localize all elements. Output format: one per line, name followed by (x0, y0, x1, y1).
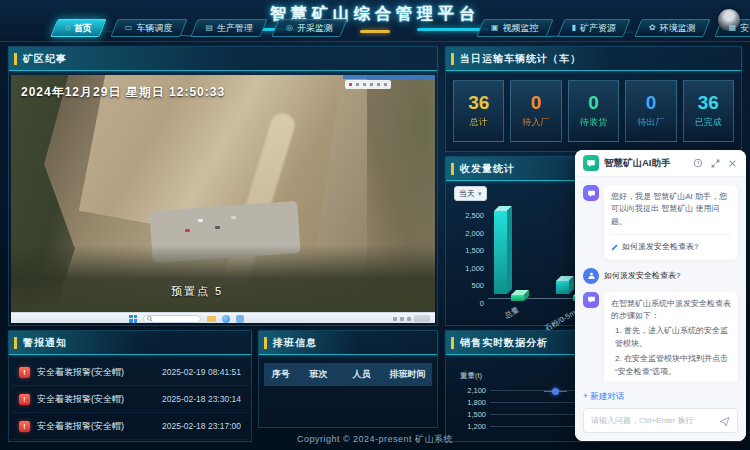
ai-assistant-title: 智慧矿山AI助手 (604, 157, 687, 170)
alarm-time: 2025-02-18 23:30:14 (162, 394, 241, 404)
nav-label: 环境监测 (660, 22, 696, 35)
nav-item-mining-monitor[interactable]: ◎ 开采监测 (275, 19, 344, 37)
nav-label: 生产管理 (217, 22, 253, 35)
ai-robot-icon (583, 155, 599, 171)
suggested-question[interactable]: 如何派发安全检查表? (611, 234, 731, 253)
ai-assistant-panel: 智慧矿山AI助手 您好，我是 智慧矿山AI 助手，您可以向我提出 智慧矿山 使用… (575, 150, 746, 441)
panel-title: 收发量统计 (460, 162, 515, 176)
alarm-list: ! 安全着装报警(安全帽) 2025-02-19 08:41:51 ! 安全着装… (9, 355, 251, 440)
taskbar-cluster (129, 313, 244, 323)
dropdown-value: 当天 (459, 188, 475, 199)
tray-icon (400, 317, 404, 321)
toolbar-icon (377, 83, 380, 86)
truck-icon: ▭ (125, 24, 133, 32)
nav-item-home[interactable]: ⌂ 首页 (54, 19, 103, 37)
bot-message: 在智慧矿山系统中派发安全检查表的步骤如下： 1. 首先，进入矿山系统的安全监管模… (583, 292, 738, 381)
top-header: 智慧矿山综合管理平台 ⌂ 首页 ▭ 车辆调度 ▤ 生产管理 ◎ 开采监测 (0, 0, 750, 42)
send-icon[interactable] (718, 415, 731, 428)
panel-header: 当日运输车辆统计（车） (446, 47, 741, 71)
ai-question-input[interactable] (584, 409, 737, 432)
tray-icon (393, 317, 397, 321)
nav-item-video-monitor[interactable]: ▣ 视频监控 (480, 19, 550, 37)
bot-avatar-icon (583, 292, 599, 308)
shield-grid-icon: ▦ (729, 24, 737, 32)
nav-item-vehicle-dispatch[interactable]: ▭ 车辆调度 (114, 19, 184, 37)
ai-input-row (583, 408, 738, 433)
leaf-icon: ✿ (649, 24, 656, 32)
panel-header: 排班信息 (259, 331, 437, 355)
panel-title: 排班信息 (273, 336, 317, 350)
answer-step: 2. 在安全监管模块中找到并点击“安全检查”选项。 (615, 353, 731, 378)
y-tick: 2,500 (454, 211, 484, 220)
bar-总量-series1 (494, 211, 507, 294)
video-feed[interactable]: 2024年12月29日 星期日 12:50:33 预置点 5 (11, 75, 435, 323)
alarm-label: 安全着装报警(安全帽) (37, 366, 155, 379)
alarm-row[interactable]: ! 安全着装报警(安全帽) 2025-02-19 08:41:51 (11, 359, 249, 386)
panel-title: 销售实时数据分析 (460, 336, 548, 350)
ai-assistant-header: 智慧矿山AI助手 (575, 150, 746, 177)
panel-alarm-notifications: 警报通知 ! 安全着装报警(安全帽) 2025-02-19 08:41:51 !… (8, 330, 252, 442)
panel-header: 矿区纪事 (9, 47, 437, 71)
stat-value: 0 (531, 93, 542, 112)
panel-mine-chronicle: 矿区纪事 2024年12月29日 星期日 12:50:33 预置点 (8, 46, 438, 326)
tray-clock (414, 315, 430, 322)
toolbar-icon (384, 83, 387, 86)
nav-item-environment-monitor[interactable]: ✿ 环境监测 (638, 19, 707, 37)
bot-bubble: 您好，我是 智慧矿山AI 助手，您可以向我提出 智慧矿山 使用问题。 如何派发安… (604, 185, 738, 260)
time-range-dropdown[interactable]: 当天 ▾ (454, 186, 487, 201)
folder-icon (207, 316, 216, 322)
stat-card-completed: 36 已完成 (683, 80, 734, 142)
vegetation-bottom (11, 245, 435, 312)
stat-card-waiting-exit: 0 待出厂 (625, 80, 676, 142)
user-message: 如何派发安全检查表? (583, 268, 738, 284)
user-question-text: 如何派发安全检查表? (604, 268, 680, 284)
ai-conversation: 您好，我是 智慧矿山AI 助手，您可以向我提出 智慧矿山 使用问题。 如何派发安… (575, 177, 746, 381)
camera-preset-label: 预置点 5 (171, 284, 223, 299)
schedule-table-header: 序号 班次 人员 排班时间 (264, 363, 432, 386)
bot-answer-bubble: 在智慧矿山系统中派发安全检查表的步骤如下： 1. 首先，进入矿山系统的安全监管模… (604, 292, 738, 381)
stat-value: 36 (698, 93, 719, 112)
alarm-row[interactable]: ! 安全着装报警(安全帽) 2025-02-18 23:30:14 (11, 386, 249, 413)
panel-vehicle-stats: 当日运输车辆统计（车） 36 总计 0 待入厂 0 待装货 0 待出厂 36 已… (445, 46, 742, 152)
panel-title: 警报通知 (23, 336, 67, 350)
panel-title: 矿区纪事 (23, 52, 67, 66)
panel-shift-schedule: 排班信息 序号 班次 人员 排班时间 (258, 330, 438, 428)
x-label: 总量 (503, 305, 521, 321)
history-icon[interactable] (692, 157, 704, 169)
stat-value: 0 (646, 93, 657, 112)
app-icon (236, 315, 244, 323)
nav-item-mineral-resources[interactable]: ▮ 矿产资源 (561, 19, 627, 37)
nav-label: 视频监控 (503, 22, 539, 35)
answer-intro: 在智慧矿山系统中派发安全检查表的步骤如下： (611, 298, 731, 323)
ai-footer: + 新建对话 (575, 381, 746, 441)
stat-label: 待出厂 (637, 116, 664, 129)
windows-taskbar (11, 312, 435, 323)
new-chat-button[interactable]: + 新建对话 (583, 391, 624, 403)
stats-row: 36 总计 0 待入厂 0 待装货 0 待出厂 36 已完成 (446, 71, 741, 151)
y-tick: 1,000 (454, 263, 484, 272)
y-tick: 2,000 (454, 228, 484, 237)
alarm-label: 安全着装报警(安全帽) (37, 420, 155, 433)
gauge-icon: ◎ (286, 24, 293, 32)
stat-label: 待装货 (580, 116, 607, 129)
bot-message: 您好，我是 智慧矿山AI 助手，您可以向我提出 智慧矿山 使用问题。 如何派发安… (583, 185, 738, 260)
panel-title: 当日运输车辆统计（车） (460, 52, 581, 66)
video-timestamp: 2024年12月29日 星期日 12:50:33 (21, 84, 225, 101)
toolbar-icon (363, 83, 366, 86)
stat-card-total: 36 总计 (453, 80, 504, 142)
pencil-icon (611, 243, 619, 251)
nav-item-production[interactable]: ▤ 生产管理 (194, 19, 264, 37)
bar-总量-series2 (511, 295, 524, 301)
close-icon[interactable] (726, 157, 738, 169)
truck-dot (198, 219, 203, 222)
column-header: 人员 (340, 368, 384, 381)
toolbar-icon (356, 83, 359, 86)
stat-label: 总计 (470, 116, 488, 129)
column-header: 班次 (298, 368, 340, 381)
expand-icon[interactable] (709, 157, 721, 169)
video-toolbar[interactable] (345, 80, 391, 89)
alarm-time: 2025-02-19 08:41:51 (162, 367, 241, 377)
bar-石粉/0-5mm-series1 (556, 281, 569, 294)
nav-label: 首页 (74, 22, 92, 35)
browser-icon (222, 315, 230, 323)
